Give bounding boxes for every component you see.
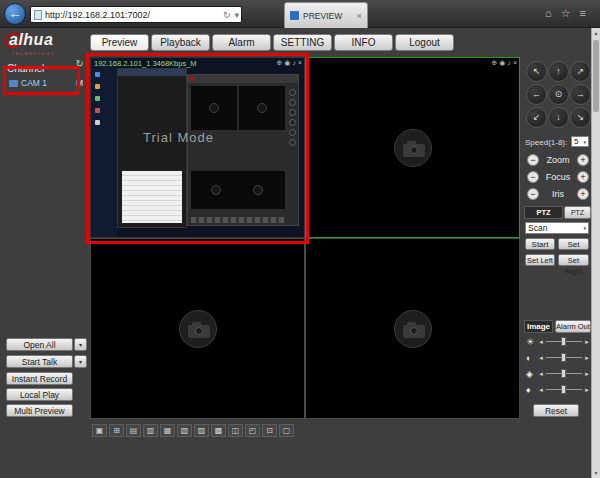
- focus-minus-button[interactable]: −: [527, 171, 539, 183]
- stream-selector[interactable]: M: [76, 78, 83, 88]
- nav-tab-setting[interactable]: SETTING: [273, 34, 332, 51]
- slider-left-icon[interactable]: ◄: [538, 339, 544, 345]
- open-all-button[interactable]: Open All: [6, 338, 73, 351]
- url-input[interactable]: [45, 10, 221, 20]
- layout-icon-12[interactable]: ▢: [279, 424, 294, 437]
- home-icon[interactable]: ⌂: [545, 7, 552, 20]
- tab-close-icon[interactable]: ×: [357, 11, 362, 21]
- digital-zoom-icon[interactable]: ⊕: [276, 59, 282, 67]
- nav-tab-info[interactable]: INFO: [334, 34, 393, 51]
- alarm-out-tab[interactable]: Alarm Out: [555, 320, 591, 333]
- ptz-up-button[interactable]: ↑: [548, 61, 569, 82]
- layout-icon-6[interactable]: ▧: [177, 424, 192, 437]
- ptz-down-right-button[interactable]: ↘: [570, 107, 591, 128]
- video-window-4[interactable]: [305, 238, 520, 419]
- slider-right-icon[interactable]: ►: [584, 387, 590, 393]
- layout-icon-2[interactable]: ⊞: [109, 424, 124, 437]
- app-surface: alhua TECHNOLOGY Preview Playback Alarm …: [0, 28, 591, 478]
- image-tab[interactable]: Image: [524, 320, 553, 333]
- layout-icon-4[interactable]: ▥: [143, 424, 158, 437]
- layout-icon-8[interactable]: ▩: [211, 424, 226, 437]
- open-all-dropdown-icon[interactable]: ▾: [74, 338, 87, 351]
- slider-right-icon[interactable]: ►: [584, 371, 590, 377]
- slider-thumb[interactable]: [561, 353, 566, 362]
- scroll-down-icon[interactable]: ▼: [592, 468, 600, 478]
- local-play-button[interactable]: Local Play: [6, 388, 73, 401]
- ptz-setup-tab[interactable]: PTZ Setup: [524, 206, 563, 219]
- ptz-up-right-button[interactable]: ↗: [570, 61, 591, 82]
- multi-preview-button[interactable]: Multi Preview: [6, 404, 73, 417]
- video-window-1[interactable]: Trial Mode 192.168.2.101_1 3468Kbps_M ⊕ …: [90, 57, 305, 238]
- ptz-function-select[interactable]: Scan ▾: [525, 222, 589, 234]
- layout-icon-11[interactable]: ⊡: [262, 424, 277, 437]
- ptz-set-button[interactable]: Set: [558, 238, 589, 250]
- nav-tab-preview[interactable]: Preview: [90, 34, 149, 51]
- ptz-set-right-button[interactable]: Set Right: [558, 254, 589, 266]
- close-stream-icon[interactable]: ×: [298, 59, 302, 67]
- vertical-scrollbar[interactable]: ▲ ▼: [591, 28, 600, 478]
- ptz-down-left-button[interactable]: ↙: [526, 107, 547, 128]
- tools-icon[interactable]: ≡: [580, 7, 586, 20]
- saturation-slider[interactable]: [546, 369, 582, 378]
- hue-slider[interactable]: [546, 385, 582, 394]
- zoom-label: Zoom: [541, 155, 575, 165]
- url-dropdown-icon[interactable]: ▾: [232, 10, 241, 20]
- chevron-down-icon: ▾: [583, 139, 586, 145]
- channel-item[interactable]: CAM 1 M: [9, 76, 83, 90]
- scroll-up-icon[interactable]: ▲: [592, 28, 600, 38]
- tab-favicon-icon: [290, 11, 299, 20]
- snapshot-icon[interactable]: ◉: [284, 59, 290, 67]
- nav-tab-alarm[interactable]: Alarm: [212, 34, 271, 51]
- ptz-set-left-button[interactable]: Set Left: [525, 254, 555, 266]
- ptz-position-button[interactable]: ⊙: [548, 84, 569, 105]
- nav-tab-playback[interactable]: Playback: [151, 34, 210, 51]
- slider-thumb[interactable]: [561, 337, 566, 346]
- digital-zoom-icon[interactable]: ⊕: [491, 59, 497, 67]
- ptz-down-button[interactable]: ↓: [548, 107, 569, 128]
- contrast-slider[interactable]: [546, 353, 582, 362]
- video-window-3[interactable]: [90, 238, 305, 419]
- iris-minus-button[interactable]: −: [527, 188, 539, 200]
- slider-thumb[interactable]: [561, 369, 566, 378]
- audio-icon[interactable]: ♪: [507, 59, 511, 67]
- ptz-up-left-button[interactable]: ↖: [526, 61, 547, 82]
- layout-icon-7[interactable]: ▨: [194, 424, 209, 437]
- slider-left-icon[interactable]: ◄: [538, 355, 544, 361]
- ptz-menu-tab[interactable]: PTZ Menu: [564, 206, 591, 219]
- brightness-slider[interactable]: [546, 337, 582, 346]
- layout-icon-9[interactable]: ◫: [228, 424, 243, 437]
- nav-tab-logout[interactable]: Logout: [395, 34, 454, 51]
- slider-right-icon[interactable]: ►: [584, 355, 590, 361]
- url-bar[interactable]: ↻ ▾: [30, 6, 242, 23]
- audio-icon[interactable]: ♪: [292, 59, 296, 67]
- layout-icon-1[interactable]: ▣: [92, 424, 107, 437]
- zoom-plus-button[interactable]: +: [577, 154, 589, 166]
- instant-record-button[interactable]: Instant Record: [6, 372, 73, 385]
- close-stream-icon[interactable]: ×: [513, 59, 517, 67]
- scrollbar-thumb[interactable]: [593, 40, 599, 112]
- slider-thumb[interactable]: [561, 385, 566, 394]
- back-button[interactable]: ←: [4, 3, 26, 25]
- browser-tab[interactable]: PREVIEW ×: [284, 2, 368, 28]
- layout-icon-3[interactable]: ▤: [126, 424, 141, 437]
- refresh-channels-icon[interactable]: ↻: [76, 58, 84, 69]
- ptz-start-button[interactable]: Start: [525, 238, 555, 250]
- ptz-left-button[interactable]: ←: [526, 84, 547, 105]
- layout-icon-5[interactable]: ▦: [160, 424, 175, 437]
- speed-select[interactable]: 5 ▾: [571, 136, 589, 147]
- zoom-minus-button[interactable]: −: [527, 154, 539, 166]
- refresh-icon[interactable]: ↻: [221, 10, 233, 20]
- focus-plus-button[interactable]: +: [577, 171, 589, 183]
- ptz-right-button[interactable]: →: [570, 84, 591, 105]
- start-talk-button[interactable]: Start Talk: [6, 355, 73, 368]
- start-talk-dropdown-icon[interactable]: ▾: [74, 355, 87, 368]
- slider-right-icon[interactable]: ►: [584, 339, 590, 345]
- snapshot-icon[interactable]: ◉: [499, 59, 505, 67]
- slider-left-icon[interactable]: ◄: [538, 387, 544, 393]
- reset-button[interactable]: Reset: [533, 404, 579, 417]
- video-window-2[interactable]: ⊕ ◉ ♪ ×: [305, 57, 520, 238]
- iris-plus-button[interactable]: +: [577, 188, 589, 200]
- slider-left-icon[interactable]: ◄: [538, 371, 544, 377]
- layout-icon-10[interactable]: ◰: [245, 424, 260, 437]
- favorites-icon[interactable]: ☆: [561, 7, 571, 20]
